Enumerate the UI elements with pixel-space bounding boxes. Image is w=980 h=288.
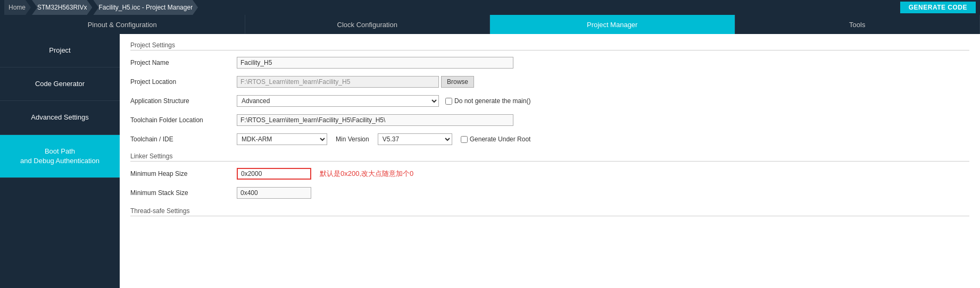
- sidebar-item-boot-path[interactable]: Boot Pathand Debug Authentication: [0, 135, 120, 178]
- toolchain-ide-row: Toolchain / IDE MDK-ARM Min Version V5.3…: [130, 133, 969, 145]
- toolchain-ide-label: Toolchain / IDE: [130, 135, 237, 143]
- tab-pinout[interactable]: Pinout & Configuration: [0, 15, 245, 34]
- project-location-label: Project Location: [130, 78, 237, 86]
- project-name-row: Project Name: [130, 57, 969, 69]
- app-structure-select[interactable]: Advanced: [237, 95, 439, 107]
- sidebar-item-project[interactable]: Project: [0, 34, 120, 67]
- tab-project-manager[interactable]: Project Manager: [490, 15, 735, 34]
- breadcrumb-home-label: Home: [9, 4, 26, 11]
- sidebar: Project Code Generator Advanced Settings…: [0, 34, 120, 288]
- min-version-label: Min Version: [336, 135, 369, 143]
- thread-safe-title: Thread-safe Settings: [130, 207, 969, 216]
- project-location-row: Project Location Browse: [130, 76, 969, 88]
- browse-button[interactable]: Browse: [441, 76, 474, 88]
- main-layout: Project Code Generator Advanced Settings…: [0, 34, 980, 288]
- project-name-input[interactable]: [237, 57, 513, 69]
- breadcrumb-mcu-label: STM32H563RIVx: [37, 4, 87, 11]
- sidebar-item-code-generator[interactable]: Code Generator: [0, 67, 120, 101]
- tab-tools[interactable]: Tools: [735, 15, 981, 34]
- min-stack-size-row: Minimum Stack Size: [130, 187, 969, 199]
- project-location-input[interactable]: [237, 76, 439, 88]
- toolchain-folder-label: Toolchain Folder Location: [130, 116, 237, 124]
- generate-code-button[interactable]: GENERATE CODE: [900, 2, 976, 13]
- sidebar-item-advanced-settings[interactable]: Advanced Settings: [0, 101, 120, 134]
- min-heap-size-row: Minimum Heap Size 默认是0x200,改大点随意加个0: [130, 168, 969, 180]
- breadcrumb-mcu[interactable]: STM32H563RIVx: [32, 0, 92, 15]
- generate-under-root-label: Generate Under Root: [470, 135, 531, 143]
- app-structure-label: Application Structure: [130, 97, 237, 105]
- min-heap-size-input[interactable]: [237, 168, 311, 180]
- toolchain-folder-row: Toolchain Folder Location: [130, 114, 969, 126]
- tab-clock[interactable]: Clock Configuration: [245, 15, 491, 34]
- breadcrumb-home[interactable]: Home: [4, 0, 31, 15]
- do-not-generate-checkbox[interactable]: [445, 98, 452, 105]
- toolchain-ide-select[interactable]: MDK-ARM: [237, 133, 327, 145]
- breadcrumb-project-label: Facility_H5.ioc - Project Manager: [98, 4, 193, 11]
- breadcrumb-bar: Home STM32H563RIVx Facility_H5.ioc - Pro…: [0, 0, 980, 15]
- content-area: Project Settings Project Name Project Lo…: [120, 34, 980, 288]
- min-stack-size-label: Minimum Stack Size: [130, 189, 237, 197]
- linker-settings-title: Linker Settings: [130, 153, 969, 162]
- min-stack-size-input[interactable]: [237, 187, 311, 199]
- project-settings-title: Project Settings: [130, 41, 969, 50]
- do-not-generate-label: Do not generate the main(): [454, 97, 530, 105]
- min-version-select[interactable]: V5.37: [378, 133, 452, 145]
- project-name-label: Project Name: [130, 59, 237, 66]
- breadcrumb-project[interactable]: Facility_H5.ioc - Project Manager: [93, 0, 198, 15]
- app-structure-row: Application Structure Advanced Do not ge…: [130, 95, 969, 107]
- toolchain-folder-input[interactable]: [237, 114, 513, 126]
- min-heap-size-label: Minimum Heap Size: [130, 170, 237, 177]
- heap-comment: 默认是0x200,改大点随意加个0: [320, 169, 413, 179]
- tab-bar: Pinout & Configuration Clock Configurati…: [0, 15, 980, 34]
- linker-section: Linker Settings Minimum Heap Size 默认是0x2…: [130, 153, 969, 216]
- generate-under-root-checkbox[interactable]: [461, 136, 468, 143]
